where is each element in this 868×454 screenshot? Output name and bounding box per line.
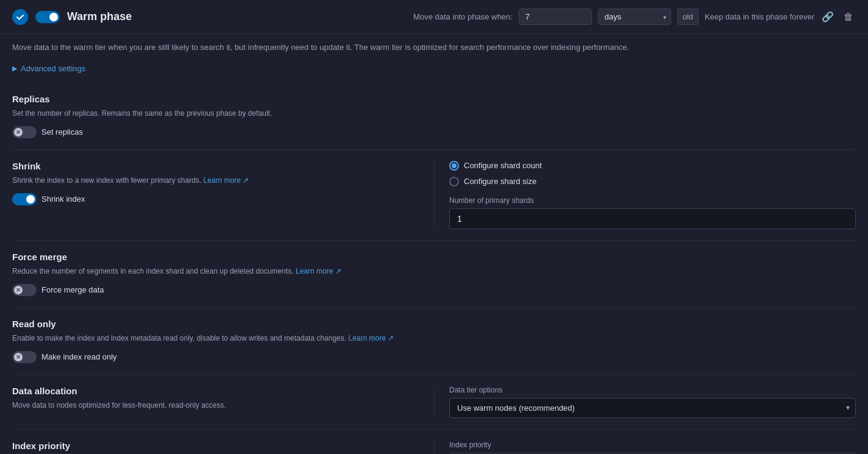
read-only-learn-more[interactable]: Learn more ↗ — [348, 334, 394, 342]
shrink-toggle-label: Shrink index — [41, 194, 85, 204]
data-tier-select-wrapper: Use warm nodes (recommended) Use cold no… — [449, 398, 856, 418]
days-select-wrapper — [519, 9, 592, 25]
page-container: Warm phase Move data into phase when: da… — [0, 0, 868, 454]
data-allocation-section: Data allocation Move data to nodes optim… — [12, 375, 856, 430]
shrink-toggle[interactable] — [12, 193, 37, 205]
old-label: old — [677, 9, 699, 25]
read-only-toggle-label: Make index read only — [41, 352, 117, 361]
radio-item-shard-count[interactable]: Configure shard count — [449, 161, 856, 171]
read-only-section: Read only Enable to make the index and i… — [12, 308, 856, 375]
data-allocation-left: Data allocation Move data to nodes optim… — [12, 386, 434, 418]
move-data-label: Move data into phase when: — [413, 12, 513, 21]
advanced-settings-label: Advanced settings — [21, 64, 85, 73]
shrink-left: Shrink Shrink the index to a new index w… — [12, 161, 434, 229]
data-tier-select[interactable]: Use warm nodes (recommended) Use cold no… — [449, 398, 856, 418]
force-merge-desc: Reduce the number of segments in each in… — [12, 266, 841, 277]
replicas-title: Replicas — [12, 94, 841, 104]
phase-body: Move data to the warm tier when you are … — [0, 34, 868, 454]
keep-forever-label: Keep data in this phase forever — [705, 12, 814, 21]
keep-forever-link-icon[interactable]: 🔗 — [819, 9, 836, 25]
keep-forever-row: Keep data in this phase forever 🔗 🗑 — [705, 9, 856, 25]
index-priority-section: Index priority Set the priority for reco… — [12, 430, 856, 454]
phase-status-icon — [12, 9, 28, 25]
index-priority-left: Index priority Set the priority for reco… — [12, 441, 434, 454]
shrink-radio-group: Configure shard count Configure shard si… — [449, 161, 856, 186]
index-priority-right: Index priority — [434, 441, 856, 454]
shrink-title: Shrink — [12, 161, 419, 171]
read-only-left: Read only Enable to make the index and i… — [12, 319, 856, 363]
force-merge-learn-more[interactable]: Learn more ↗ — [296, 267, 341, 275]
data-allocation-title: Data allocation — [12, 386, 419, 396]
phase-description: Move data to the warm tier when you are … — [12, 34, 856, 60]
phase-toggle[interactable] — [35, 11, 60, 23]
days-unit-select[interactable]: days hours minutes — [598, 9, 671, 25]
shrink-learn-more[interactable]: Learn more ↗ — [204, 176, 249, 185]
index-priority-field-label: Index priority — [449, 441, 856, 449]
index-priority-title: Index priority — [12, 441, 419, 451]
advanced-settings-chevron-icon: ▶ — [12, 65, 17, 73]
primary-shards-input[interactable] — [449, 208, 856, 229]
days-unit-select-wrapper: days hours minutes ▾ — [598, 9, 671, 25]
radio-shard-size-icon — [449, 177, 459, 186]
radio-item-shard-size[interactable]: Configure shard size — [449, 177, 856, 186]
read-only-toggle-row: ✕ Make index read only — [12, 351, 841, 363]
replicas-desc: Set the number of replicas. Remains the … — [12, 108, 841, 119]
force-merge-toggle[interactable]: ✕ — [12, 284, 37, 296]
data-allocation-desc: Move data to nodes optimized for less-fr… — [12, 400, 419, 411]
replicas-toggle-label: Set replicas — [41, 127, 83, 137]
force-merge-toggle-label: Force merge data — [41, 285, 104, 294]
days-number-input[interactable] — [519, 9, 592, 25]
replicas-toggle-row: ✕ Set replicas — [12, 126, 841, 138]
radio-shard-size-label: Configure shard size — [464, 177, 536, 186]
force-merge-section: Force merge Reduce the number of segment… — [12, 241, 856, 308]
primary-shards-label: Number of primary shards — [449, 196, 856, 205]
radio-shard-count-icon — [449, 161, 459, 171]
replicas-toggle[interactable]: ✕ — [12, 126, 37, 138]
read-only-desc: Enable to make the index and index metad… — [12, 333, 841, 344]
read-only-toggle[interactable]: ✕ — [12, 351, 37, 363]
data-allocation-right: Data tier options Use warm nodes (recomm… — [434, 386, 856, 418]
delete-phase-button[interactable]: 🗑 — [841, 9, 856, 25]
advanced-settings-row[interactable]: ▶ Advanced settings — [12, 60, 856, 83]
replicas-section: Replicas Set the number of replicas. Rem… — [12, 83, 856, 150]
radio-shard-count-label: Configure shard count — [464, 161, 542, 170]
shrink-section: Shrink Shrink the index to a new index w… — [12, 150, 856, 241]
replicas-left: Replicas Set the number of replicas. Rem… — [12, 94, 856, 138]
data-tier-options-label: Data tier options — [449, 386, 856, 394]
shrink-toggle-row: Shrink index — [12, 193, 419, 205]
read-only-title: Read only — [12, 319, 841, 329]
shrink-desc: Shrink the index to a new index with few… — [12, 175, 419, 186]
shrink-right: Configure shard count Configure shard si… — [434, 161, 856, 229]
phase-title: Warm phase — [67, 10, 132, 23]
force-merge-left: Force merge Reduce the number of segment… — [12, 252, 856, 296]
force-merge-title: Force merge — [12, 252, 841, 262]
force-merge-toggle-row: ✕ Force merge data — [12, 284, 841, 296]
phase-header: Warm phase Move data into phase when: da… — [0, 0, 868, 34]
